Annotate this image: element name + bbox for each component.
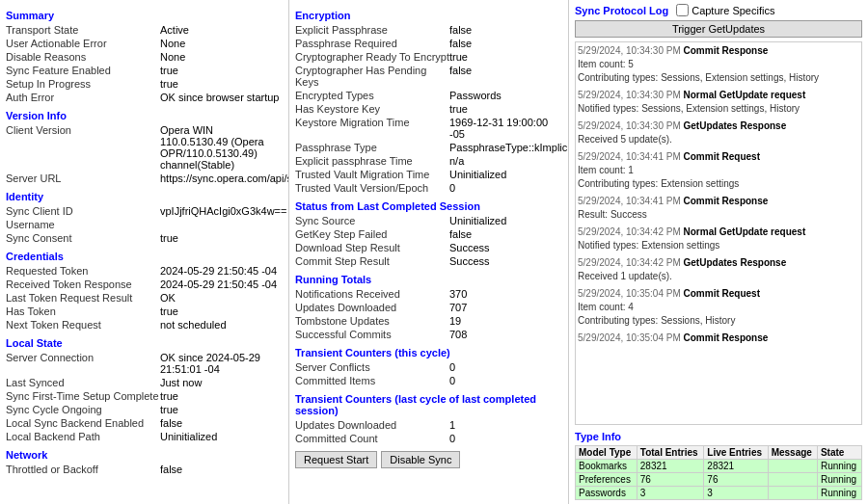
row-label: Explicit passphrase Time bbox=[295, 155, 449, 167]
type-table-head: Model TypeTotal EntriesLive EntriesMessa… bbox=[576, 446, 862, 460]
capture-checkbox[interactable] bbox=[676, 4, 689, 16]
log-detail: Item count: 4Contributing types: Session… bbox=[578, 302, 735, 326]
table-row: Encrypted TypesPasswords bbox=[295, 89, 562, 102]
table-row: Passphrase Requiredfalse bbox=[295, 37, 562, 50]
row-label: Tombstone Updates bbox=[295, 315, 449, 327]
log-entry: 5/29/2024, 10:34:30 PM Commit ResponseIt… bbox=[578, 44, 859, 85]
left-column: Summary Transport StateActiveUser Action… bbox=[0, 0, 289, 504]
row-label: Successful Commits bbox=[295, 329, 449, 340]
row-label: Notifications Received bbox=[295, 288, 449, 300]
table-row: Updates Downloaded1 bbox=[295, 418, 562, 432]
row-label: Sync Source bbox=[295, 215, 449, 226]
credentials-title: Credentials bbox=[6, 251, 283, 262]
trigger-getupdates-button[interactable]: Trigger GetUpdates bbox=[575, 20, 862, 38]
table-row: Client VersionOpera WIN 110.0.5130.49 (O… bbox=[6, 123, 283, 172]
log-detail: Notified types: Sessions, Extension sett… bbox=[578, 103, 800, 114]
capture-checkbox-label[interactable]: Capture Specifics bbox=[676, 4, 774, 16]
log-title: Sync Protocol Log bbox=[575, 5, 668, 16]
table-row: Sync Client IDvpIJjfriQHAcIgi0xG3k4w== bbox=[6, 204, 283, 218]
log-type: Commit Response bbox=[684, 196, 769, 206]
log-type: Commit Request bbox=[684, 288, 760, 299]
row-value: None bbox=[160, 51, 283, 63]
row-value: 0 bbox=[449, 375, 562, 386]
table-cell: Running bbox=[817, 473, 861, 487]
log-detail: Item count: 5Contributing types: Session… bbox=[578, 59, 819, 83]
table-row: Sync Feature Enabledtrue bbox=[6, 64, 283, 77]
log-entry: 5/29/2024, 10:35:04 PM Commit RequestIte… bbox=[578, 287, 859, 328]
status-rows: Sync SourceUninitializedGetKey Step Fail… bbox=[295, 214, 562, 268]
row-value: None bbox=[160, 38, 283, 49]
row-label: Server URL bbox=[6, 172, 160, 184]
row-label: Trusted Vault Version/Epoch bbox=[295, 182, 449, 194]
row-value: false bbox=[449, 65, 562, 88]
row-label: Committed Items bbox=[295, 375, 449, 386]
row-label: Cryptographer Has Pending Keys bbox=[295, 65, 449, 88]
log-entry: 5/29/2024, 10:34:41 PM Commit RequestIte… bbox=[578, 150, 859, 191]
table-row: Preferences7676Running bbox=[576, 473, 862, 487]
row-label: Cryptographer Ready To Encrypt bbox=[295, 51, 449, 63]
disable-sync-button[interactable]: Disable Sync bbox=[381, 451, 460, 468]
table-row: Notifications Received370 bbox=[295, 287, 562, 301]
row-value: Uninitialized bbox=[449, 215, 562, 226]
transient-rows: Server Conflicts0Committed Items0 bbox=[295, 360, 562, 387]
log-timestamp: 5/29/2024, 10:34:41 PM bbox=[578, 151, 684, 162]
row-label: Has Keystore Key bbox=[295, 103, 449, 115]
table-row: Commit Step ResultSuccess bbox=[295, 254, 562, 268]
log-detail: Received 1 update(s). bbox=[578, 271, 672, 281]
row-label: Requested Token bbox=[6, 265, 160, 277]
log-detail: Received 5 update(s). bbox=[578, 134, 672, 145]
table-row: Has Keystore Keytrue bbox=[295, 102, 562, 116]
log-detail: Result: Success bbox=[578, 209, 647, 220]
log-type: GetUpdates Response bbox=[684, 120, 787, 131]
table-row: Transport StateActive bbox=[6, 23, 283, 37]
type-info-title: Type Info bbox=[575, 431, 862, 442]
table-row: Trusted Vault Migration TimeUninitialize… bbox=[295, 168, 562, 181]
table-row: Local Sync Backend Enabledfalse bbox=[6, 416, 283, 430]
table-row: Keystore Migration Time1969-12-31 19:00:… bbox=[295, 116, 562, 141]
table-cell bbox=[768, 473, 817, 487]
log-entry: 5/29/2024, 10:35:04 PM Commit Response bbox=[578, 332, 859, 345]
row-value: 1969-12-31 19:00:00 -05 bbox=[449, 117, 562, 140]
table-row: Committed Count0 bbox=[295, 432, 562, 445]
table-row: Last SyncedJust now bbox=[6, 376, 283, 389]
transient2-rows: Updates Downloaded1Committed Count0 bbox=[295, 418, 562, 445]
table-cell: Preferences bbox=[576, 473, 637, 487]
row-label: Passphrase Type bbox=[295, 142, 449, 153]
row-value: 1 bbox=[449, 419, 562, 431]
row-label: Received Token Response bbox=[6, 279, 160, 290]
local-title: Local State bbox=[6, 337, 283, 349]
request-start-button[interactable]: Request Start bbox=[295, 451, 377, 468]
row-value: false bbox=[449, 38, 562, 49]
log-entry: 5/29/2024, 10:34:42 PM Normal GetUpdate … bbox=[578, 225, 859, 252]
table-row: Local Backend PathUninitialized bbox=[6, 430, 283, 443]
table-row: GetKey Step Failedfalse bbox=[295, 227, 562, 241]
table-header: State bbox=[817, 446, 861, 460]
identity-rows: Sync Client IDvpIJjfriQHAcIgi0xG3k4w==Us… bbox=[6, 204, 283, 245]
row-label: Disable Reasons bbox=[6, 51, 160, 63]
row-label: Has Token bbox=[6, 305, 160, 317]
transient2-title: Transient Counters (last cycle of last c… bbox=[295, 393, 562, 416]
table-row: Server URLhttps://sync.opera.com/api/syn… bbox=[6, 172, 283, 185]
table-row: Sync First-Time Setup Completetrue bbox=[6, 389, 283, 403]
table-row: Auth ErrorOK since browser startup bbox=[6, 91, 283, 104]
log-type: Commit Response bbox=[684, 332, 769, 343]
row-value: true bbox=[160, 65, 283, 76]
row-value: Uninitialized bbox=[160, 431, 283, 442]
table-row: Download Step ResultSuccess bbox=[295, 241, 562, 254]
row-value: false bbox=[160, 417, 283, 429]
table-cell bbox=[768, 487, 817, 500]
table-row: Setup In Progresstrue bbox=[6, 77, 283, 91]
table-row: Successful Commits708 bbox=[295, 328, 562, 341]
row-value: Active bbox=[160, 24, 283, 36]
table-header: Live Entries bbox=[704, 446, 768, 460]
row-label: Last Synced bbox=[6, 377, 160, 388]
encryption-rows: Explicit PassphrasefalsePassphrase Requi… bbox=[295, 23, 562, 195]
row-value: not scheduled bbox=[160, 319, 283, 331]
row-value: OK since 2024-05-29 21:51:01 -04 bbox=[160, 352, 283, 375]
capture-label: Capture Specifics bbox=[692, 5, 774, 16]
row-value: true bbox=[160, 78, 283, 90]
log-detail: Item count: 1Contributing types: Extensi… bbox=[578, 165, 739, 189]
table-row: Disable ReasonsNone bbox=[6, 50, 283, 64]
table-row: Last Token Request ResultOK bbox=[6, 291, 283, 305]
table-row: Sync SourceUninitialized bbox=[295, 214, 562, 227]
